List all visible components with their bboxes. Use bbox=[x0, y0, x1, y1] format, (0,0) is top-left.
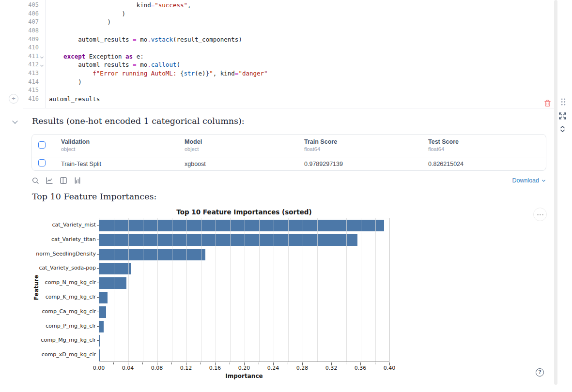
table-row[interactable]: Train-Test Splitxgboost0.97892971390.826… bbox=[32, 157, 546, 170]
add-cell-button[interactable]: + bbox=[9, 94, 18, 104]
select-all-checkbox[interactable] bbox=[38, 141, 46, 149]
code-line[interactable]: 408 bbox=[23, 27, 554, 35]
line-number: 406 bbox=[23, 10, 39, 18]
column-header[interactable]: Train Scorefloat64 bbox=[297, 135, 421, 152]
line-number: 407 bbox=[23, 18, 39, 27]
fold-gutter bbox=[39, 86, 45, 95]
table-toolbar: Download bbox=[31, 176, 546, 185]
download-button[interactable]: Download bbox=[512, 177, 546, 184]
plot-area bbox=[99, 218, 389, 362]
line-number: 408 bbox=[23, 27, 39, 35]
download-label: Download bbox=[512, 177, 539, 184]
y-tick-label: comp_Ca_mg_kg_clr bbox=[28, 308, 96, 315]
line-number: 412 bbox=[23, 60, 39, 69]
chevron-down-icon bbox=[541, 178, 546, 183]
column-header[interactable]: Test Scorefloat64 bbox=[421, 135, 546, 152]
line-number: 413 bbox=[23, 69, 39, 78]
fold-chevron-icon[interactable] bbox=[39, 60, 45, 69]
drag-handle-icon[interactable] bbox=[560, 98, 567, 106]
importances-heading: Top 10 Feature Importances: bbox=[32, 192, 156, 201]
table-cell: 0.9789297139 bbox=[297, 161, 421, 167]
bar bbox=[99, 349, 100, 361]
code-line[interactable]: 412 automl_results = mo.callout( bbox=[23, 60, 554, 69]
code-editor[interactable]: 405 kind="success",406 )407 )408409 auto… bbox=[23, 0, 554, 104]
line-number: 409 bbox=[23, 35, 39, 44]
fold-gutter bbox=[39, 95, 45, 104]
line-number: 410 bbox=[23, 44, 39, 52]
code-line[interactable]: 410 bbox=[23, 44, 554, 52]
code-line[interactable]: 411 except Exception as e: bbox=[23, 52, 554, 61]
column-header[interactable]: Modelobject bbox=[177, 135, 297, 152]
line-number: 405 bbox=[23, 1, 39, 10]
bar bbox=[99, 277, 126, 289]
bar bbox=[99, 306, 106, 318]
fold-gutter bbox=[39, 44, 45, 52]
y-tick-label: comp_P_mg_kg_clr bbox=[28, 323, 96, 329]
fold-chevron-icon[interactable] bbox=[39, 52, 45, 61]
x-tick-label: 0.00 bbox=[88, 365, 109, 371]
table-cell: xgboost bbox=[177, 161, 297, 167]
y-axis-label: Feature bbox=[33, 271, 40, 304]
y-tick-label: comp_xD_mg_kg_clr bbox=[28, 351, 96, 358]
line-number: 416 bbox=[23, 95, 39, 104]
help-question-icon[interactable]: ? bbox=[536, 368, 544, 377]
line-number: 411 bbox=[23, 52, 39, 61]
code-line[interactable]: 406 ) bbox=[23, 10, 554, 18]
bar bbox=[99, 249, 205, 260]
row-checkbox[interactable] bbox=[38, 159, 46, 166]
x-tick-label: 0.20 bbox=[233, 365, 255, 371]
column-header[interactable]: Validationobject bbox=[54, 135, 177, 152]
x-tick-label: 0.36 bbox=[350, 365, 371, 371]
code-line[interactable]: 415 bbox=[23, 86, 554, 95]
y-tick-label: norm_SeedlingDensity bbox=[28, 251, 96, 257]
code-line[interactable]: 414 ) bbox=[23, 78, 554, 87]
y-tick-label: cat_Variety_titan bbox=[28, 236, 96, 242]
x-tick-label: 0.16 bbox=[204, 365, 226, 371]
fold-gutter bbox=[39, 78, 45, 87]
x-tick-label: 0.32 bbox=[321, 365, 342, 371]
code-lines: 405 kind="success",406 )407 )408409 auto… bbox=[23, 1, 554, 104]
collapse-output-chevron-icon[interactable] bbox=[13, 119, 17, 124]
fold-gutter bbox=[39, 1, 45, 10]
y-tick-label: cat_Variety_mist bbox=[28, 222, 96, 228]
results-heading: Results (one-hot encoded 1 categorical c… bbox=[32, 116, 245, 126]
code-line[interactable]: 407 ) bbox=[23, 18, 554, 27]
columns-icon[interactable] bbox=[60, 177, 67, 184]
search-icon[interactable] bbox=[31, 177, 39, 184]
x-tick-label: 0.04 bbox=[117, 365, 139, 371]
fold-gutter bbox=[39, 35, 45, 44]
line-number: 414 bbox=[23, 78, 39, 87]
cell-bottom-border bbox=[23, 108, 554, 108]
results-table: ValidationobjectModelobjectTrain Scorefl… bbox=[31, 134, 546, 171]
fold-gutter bbox=[39, 69, 45, 78]
table-header-row: ValidationobjectModelobjectTrain Scorefl… bbox=[32, 135, 546, 157]
code-line[interactable]: 413 f"Error running AutoML: {str(e)}", k… bbox=[23, 69, 554, 78]
fold-gutter bbox=[39, 27, 45, 35]
x-tick-label: 0.28 bbox=[292, 365, 313, 371]
line-number: 415 bbox=[23, 86, 39, 95]
code-line[interactable]: 409 automl_results = mo.vstack(result_co… bbox=[23, 35, 554, 44]
marimo-notebook-page: 405 kind="success",406 )407 )408409 auto… bbox=[0, 0, 572, 392]
bar bbox=[99, 335, 100, 347]
scrollbar[interactable] bbox=[554, 0, 557, 385]
table-cell: Train-Test Split bbox=[54, 161, 177, 167]
code-line[interactable]: 416automl_results bbox=[23, 95, 554, 104]
code-line[interactable]: 405 kind="success", bbox=[23, 1, 554, 10]
delete-cell-trash-icon[interactable] bbox=[544, 99, 551, 107]
x-tick-label: 0.12 bbox=[175, 365, 197, 371]
x-tick-label: 0.24 bbox=[263, 365, 284, 371]
x-tick-label: 0.40 bbox=[379, 365, 400, 371]
chart-menu-ellipsis-button[interactable] bbox=[533, 208, 547, 221]
fold-gutter bbox=[39, 10, 45, 18]
bar bbox=[99, 220, 384, 231]
y-tick-label: comp_Mg_mg_kg_clr bbox=[28, 337, 96, 343]
bar bbox=[99, 234, 357, 246]
chevrons-up-down-icon[interactable] bbox=[558, 125, 567, 133]
bar-chart-icon[interactable] bbox=[74, 177, 81, 184]
x-tick-label: 0.08 bbox=[146, 365, 168, 371]
chart-title: Top 10 Feature Importances (sorted) bbox=[99, 208, 389, 216]
fold-gutter bbox=[39, 18, 45, 27]
line-chart-icon[interactable] bbox=[46, 177, 53, 184]
bar bbox=[99, 263, 131, 274]
expand-cell-icon[interactable] bbox=[558, 112, 567, 120]
